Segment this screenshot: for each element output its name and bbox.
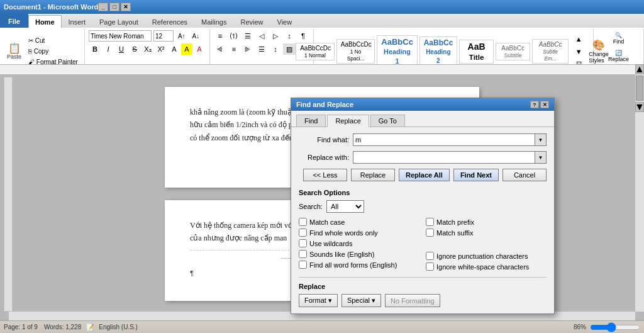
copy-button[interactable]: ⎘ Copy <box>26 47 80 56</box>
cut-button[interactable]: ✂ Cut <box>26 36 80 45</box>
paste-icon: 📋 <box>8 43 21 54</box>
tab-view[interactable]: View <box>270 15 299 28</box>
tab-home[interactable]: Home <box>28 15 62 28</box>
find-button[interactable]: 🔍 Find <box>610 30 628 47</box>
paste-button[interactable]: 📋 Paste <box>4 42 25 62</box>
find-what-input[interactable] <box>353 133 535 146</box>
zoom-slider[interactable] <box>590 322 640 332</box>
scroll-down-button[interactable]: ▼ <box>635 102 644 112</box>
highlight-button[interactable]: A <box>181 43 192 55</box>
window-controls[interactable]: _ □ ✕ <box>98 3 131 11</box>
page-info: Page: 1 of 9 <box>4 324 38 330</box>
cancel-button[interactable]: Cancel <box>502 169 547 181</box>
minimize-button[interactable]: _ <box>98 3 108 11</box>
whole-words-checkbox[interactable] <box>299 229 307 237</box>
word-forms-checkbox[interactable] <box>299 261 307 269</box>
ignore-punctuation-label: Ignore punctuation characters <box>436 252 528 260</box>
replace-with-input[interactable] <box>353 151 535 164</box>
style-no-spacing[interactable]: AaBbCcDc1 No Spaci... <box>336 39 375 64</box>
svg-rect-1 <box>0 64 644 65</box>
style-heading1[interactable]: AaBbCcHeading 1 <box>377 35 417 67</box>
replace-with-dropdown-button[interactable]: ▼ <box>535 151 547 164</box>
search-select[interactable]: All Up Down <box>326 200 364 213</box>
font-size-input[interactable] <box>153 30 174 42</box>
find-next-button[interactable]: Find Next <box>453 169 499 181</box>
list-row: ≡ ⑴ ☰ ◁ ▷ ↕ ¶ <box>214 30 309 42</box>
scroll-up-button[interactable]: ▲ <box>635 64 644 74</box>
tab-references[interactable]: References <box>145 15 194 28</box>
dialog-tab-replace[interactable]: Replace <box>327 115 369 127</box>
text-effects-button[interactable]: A <box>168 43 180 55</box>
font-color-button[interactable]: A <box>193 43 206 55</box>
title-bar: Document1 - Microsoft Word _ □ ✕ <box>0 0 644 14</box>
style-normal[interactable]: AaBbCcDc1 Normal <box>296 43 335 60</box>
font-grow-button[interactable]: A↑ <box>175 31 188 41</box>
format-button[interactable]: Format ▾ <box>299 294 338 307</box>
align-center-button[interactable]: ≡ <box>228 43 240 55</box>
underline-button[interactable]: U <box>115 43 128 55</box>
sort-button[interactable]: ↕ <box>283 30 296 42</box>
tab-file[interactable]: File <box>0 14 28 28</box>
replace-single-button[interactable]: Replace <box>351 169 395 181</box>
spell-check-icon: 📝 <box>86 324 94 330</box>
option-ignore-whitespace: Ignore white-space characters <box>426 262 547 271</box>
dialog-tab-goto[interactable]: Go To <box>370 115 405 127</box>
options-col-left: Match case Find whole words only Use wil… <box>299 218 419 271</box>
wildcards-checkbox[interactable] <box>299 239 307 247</box>
increase-indent-button[interactable]: ▷ <box>269 30 282 42</box>
tab-insert[interactable]: Insert <box>62 15 93 28</box>
bullets-button[interactable]: ≡ <box>214 30 226 42</box>
find-replace-dialog[interactable]: Find and Replace ? ✕ Find Replace Go To … <box>291 98 555 314</box>
svg-rect-0 <box>0 64 644 74</box>
dialog-titlebar: Find and Replace ? ✕ <box>291 98 554 111</box>
no-formatting-button[interactable]: No Formatting <box>385 294 440 307</box>
ignore-whitespace-checkbox[interactable] <box>426 262 434 271</box>
font-name-input[interactable] <box>89 30 152 42</box>
decrease-indent-button[interactable]: ◁ <box>255 30 268 42</box>
align-left-button[interactable]: ⫷ <box>214 43 226 55</box>
font-shrink-button[interactable]: A↓ <box>190 31 203 41</box>
find-what-dropdown-button[interactable]: ▼ <box>535 133 547 146</box>
superscript-button[interactable]: X² <box>155 43 167 55</box>
strikethrough-button[interactable]: S <box>128 43 141 55</box>
option-ignore-punctuation: Ignore punctuation characters <box>426 252 547 260</box>
style-subtitle[interactable]: AaBbCcSubtitle <box>496 43 530 60</box>
match-case-checkbox[interactable] <box>299 218 307 226</box>
numbering-button[interactable]: ⑴ <box>228 30 240 42</box>
scroll-thumb[interactable] <box>636 76 643 101</box>
dialog-help-button[interactable]: ? <box>530 101 539 108</box>
replace-with-row: Replace with: ▼ <box>299 151 547 164</box>
vertical-scrollbar[interactable]: ▲ ▼ <box>635 64 644 312</box>
shading-button[interactable]: ▨ <box>283 43 296 55</box>
tab-page-layout[interactable]: Page Layout <box>92 15 145 28</box>
dialog-tab-find[interactable]: Find <box>296 115 326 127</box>
align-right-button[interactable]: ⫸ <box>242 43 254 55</box>
style-subtle-emphasis[interactable]: AaBbCcSubtle Em... <box>532 39 569 64</box>
match-suffix-checkbox[interactable] <box>426 229 434 237</box>
subscript-button[interactable]: X₂ <box>142 43 154 55</box>
less-button[interactable]: << Less <box>303 169 347 181</box>
ignore-punctuation-checkbox[interactable] <box>426 252 434 260</box>
styles-down-button[interactable]: ▼ <box>572 46 585 57</box>
bold-button[interactable]: B <box>89 43 101 55</box>
style-title[interactable]: AaBTitle <box>459 40 494 64</box>
justify-button[interactable]: ☰ <box>255 43 268 55</box>
tab-review[interactable]: Review <box>233 15 270 28</box>
styles-gallery: AaBbCcDc1 Normal AaBbCcDc1 No Spaci... A… <box>296 35 569 67</box>
scroll-track[interactable] <box>635 76 644 101</box>
dialog-close-button[interactable]: ✕ <box>540 101 549 108</box>
style-heading2[interactable]: AaBbCcHeading 2 <box>419 37 457 67</box>
multilevel-button[interactable]: ☰ <box>242 30 254 42</box>
replace-button[interactable]: 🔄 Replace <box>605 48 632 64</box>
sounds-like-checkbox[interactable] <box>299 250 307 258</box>
maximize-button[interactable]: □ <box>109 3 119 11</box>
dialog-window-controls[interactable]: ? ✕ <box>530 101 549 108</box>
close-button[interactable]: ✕ <box>121 3 131 11</box>
tab-mailings[interactable]: Mailings <box>194 15 233 28</box>
styles-up-button[interactable]: ▲ <box>572 33 585 45</box>
italic-button[interactable]: I <box>102 43 114 55</box>
special-button[interactable]: Special ▾ <box>341 294 381 307</box>
line-spacing-button[interactable]: ↕ <box>269 43 282 55</box>
match-prefix-checkbox[interactable] <box>426 218 434 226</box>
replace-all-button[interactable]: Replace All <box>399 169 450 181</box>
